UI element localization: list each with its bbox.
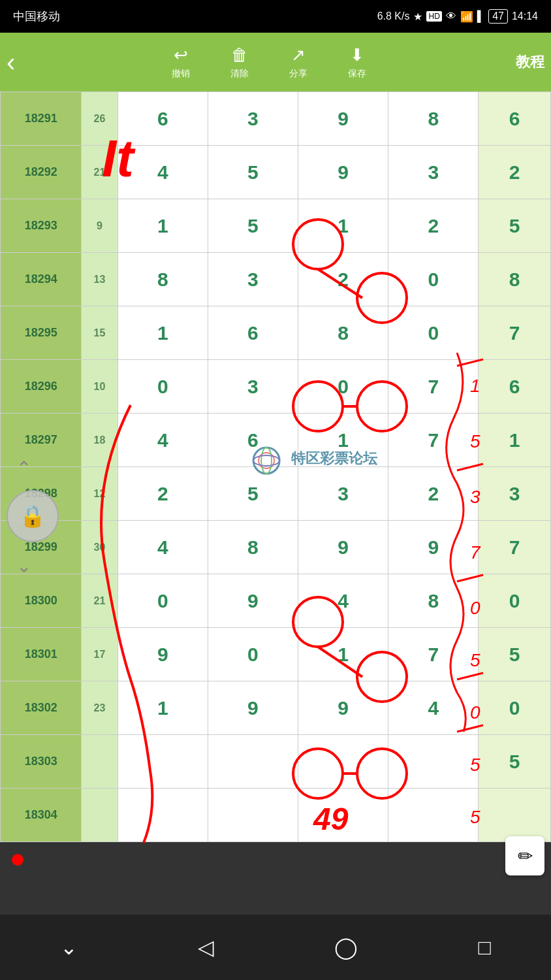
row-digit: 4: [118, 521, 208, 574]
undo-button[interactable]: ↩ 撤销: [161, 45, 200, 80]
lock-button[interactable]: 🔒: [7, 490, 59, 542]
row-id: 18302: [1, 681, 82, 735]
nav-back-button[interactable]: ◁: [198, 935, 214, 960]
nav-down-button[interactable]: ⌄: [60, 935, 78, 960]
back-button[interactable]: ‹: [7, 48, 15, 77]
table-row: 182961003076: [1, 360, 551, 414]
speed: 6.8 K/s: [377, 10, 410, 22]
row-last: 7: [479, 306, 551, 360]
row-digit: 2: [388, 467, 479, 521]
row-digit: 1: [298, 199, 388, 253]
row-digit: 8: [208, 521, 298, 574]
row-sum: 21: [82, 574, 118, 628]
battery: 47: [488, 9, 508, 24]
table-row: 182951516807: [1, 306, 551, 360]
row-digit: 9: [388, 521, 479, 574]
arrow-up-button[interactable]: ⌃: [16, 457, 31, 479]
row-digit: 2: [298, 253, 388, 306]
table-row: 18304: [1, 789, 551, 842]
row-id: 18292: [1, 146, 82, 199]
share-label: 分享: [289, 68, 307, 80]
row-digit: [388, 735, 479, 789]
row-id: 18295: [1, 306, 82, 360]
row-digit: 8: [298, 306, 388, 360]
row-digit: 8: [388, 92, 479, 146]
table-row: 182922145932: [1, 146, 551, 199]
row-digit: 0: [388, 306, 479, 360]
row-digit: [118, 735, 208, 789]
row-digit: [298, 735, 388, 789]
row-sum: 9: [82, 199, 118, 253]
row-last: 7: [479, 521, 551, 574]
row-last: 5: [479, 199, 551, 253]
row-digit: 1: [298, 628, 388, 681]
nav-home-button[interactable]: ◯: [334, 935, 358, 960]
row-digit: 9: [298, 92, 388, 146]
row-digit: 3: [388, 146, 479, 199]
row-sum: 18: [82, 414, 118, 467]
row-id: 18303: [1, 735, 82, 789]
save-button[interactable]: ⬇ 保存: [338, 45, 377, 80]
row-digit: 6: [208, 414, 298, 467]
row-last: 6: [479, 92, 551, 146]
clear-button[interactable]: 🗑 清除: [220, 45, 259, 80]
row-digit: 7: [388, 414, 479, 467]
row-id: 18296: [1, 360, 82, 414]
row-digit: [208, 735, 298, 789]
save-label: 保存: [348, 68, 366, 80]
undo-label: 撤销: [172, 68, 190, 80]
row-digit: 6: [208, 306, 298, 360]
signal-icon: ▌: [477, 10, 484, 22]
row-digit: 7: [388, 360, 479, 414]
wifi-icon: 📶: [460, 10, 473, 23]
row-digit: 0: [388, 253, 479, 306]
row-digit: 0: [298, 360, 388, 414]
row-id: 18304: [1, 789, 82, 842]
row-sum: [82, 735, 118, 789]
row-sum: 15: [82, 306, 118, 360]
table-row: 183035: [1, 735, 551, 789]
row-digit: 4: [298, 574, 388, 628]
row-digit: 3: [208, 92, 298, 146]
carrier: 中国移动: [13, 8, 60, 24]
row-sum: [82, 789, 118, 842]
red-dot-indicator: [12, 854, 24, 866]
row-digit: [208, 789, 298, 842]
row-digit: 1: [298, 414, 388, 467]
share-icon: ↗: [291, 45, 306, 65]
row-digit: 7: [388, 628, 479, 681]
row-id: 18301: [1, 628, 82, 681]
row-digit: 5: [208, 467, 298, 521]
row-digit: 0: [118, 574, 208, 628]
data-table: 1829126639861829221459321829391512518294…: [0, 91, 551, 842]
pencil-button[interactable]: ✏: [505, 836, 544, 875]
toolbar: ‹ ↩ 撤销 🗑 清除 ↗ 分享 ⬇ 保存 教程: [0, 33, 551, 91]
row-digit: 8: [118, 253, 208, 306]
arrow-down-button[interactable]: ⌄: [16, 555, 31, 577]
row-last: 1: [479, 414, 551, 467]
row-digit: 9: [208, 574, 298, 628]
data-table-container: 1829126639861829221459321829391512518294…: [0, 91, 551, 842]
row-last: 5: [479, 628, 551, 681]
row-digit: 9: [118, 628, 208, 681]
row-digit: 4: [118, 414, 208, 467]
row-last: 2: [479, 146, 551, 199]
row-last: 0: [479, 574, 551, 628]
undo-icon: ↩: [174, 45, 188, 65]
row-id: 18300: [1, 574, 82, 628]
row-last: 6: [479, 360, 551, 414]
row-last: 8: [479, 253, 551, 306]
nav-recents-button[interactable]: □: [479, 936, 491, 960]
row-sum: 13: [82, 253, 118, 306]
row-digit: 6: [118, 92, 208, 146]
table-row: 183022319940: [1, 681, 551, 735]
tutorial-button[interactable]: 教程: [516, 52, 544, 72]
row-digit: 9: [208, 681, 298, 735]
row-sum: 10: [82, 360, 118, 414]
row-sum: 23: [82, 681, 118, 735]
row-digit: 8: [388, 574, 479, 628]
row-sum: 17: [82, 628, 118, 681]
row-digit: 4: [118, 146, 208, 199]
share-button[interactable]: ↗ 分享: [279, 45, 318, 80]
row-sum: 30: [82, 521, 118, 574]
